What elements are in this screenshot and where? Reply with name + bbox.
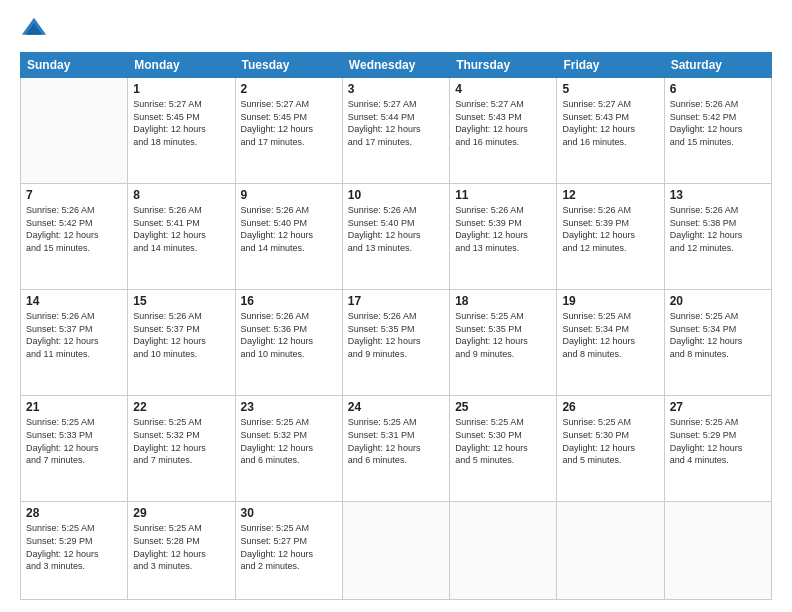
calendar-cell: 16Sunrise: 5:26 AM Sunset: 5:36 PM Dayli… [235,290,342,396]
day-info: Sunrise: 5:25 AM Sunset: 5:28 PM Dayligh… [133,522,229,572]
day-number: 11 [455,188,551,202]
day-info: Sunrise: 5:27 AM Sunset: 5:45 PM Dayligh… [241,98,337,148]
day-info: Sunrise: 5:25 AM Sunset: 5:34 PM Dayligh… [562,310,658,360]
day-info: Sunrise: 5:26 AM Sunset: 5:39 PM Dayligh… [562,204,658,254]
calendar-week-row: 14Sunrise: 5:26 AM Sunset: 5:37 PM Dayli… [21,290,772,396]
day-number: 28 [26,506,122,520]
day-number: 27 [670,400,766,414]
calendar-cell: 4Sunrise: 5:27 AM Sunset: 5:43 PM Daylig… [450,78,557,184]
day-number: 3 [348,82,444,96]
day-info: Sunrise: 5:25 AM Sunset: 5:29 PM Dayligh… [670,416,766,466]
day-info: Sunrise: 5:26 AM Sunset: 5:39 PM Dayligh… [455,204,551,254]
day-info: Sunrise: 5:25 AM Sunset: 5:33 PM Dayligh… [26,416,122,466]
calendar-cell: 29Sunrise: 5:25 AM Sunset: 5:28 PM Dayli… [128,502,235,600]
day-number: 4 [455,82,551,96]
calendar-cell: 5Sunrise: 5:27 AM Sunset: 5:43 PM Daylig… [557,78,664,184]
calendar-cell: 1Sunrise: 5:27 AM Sunset: 5:45 PM Daylig… [128,78,235,184]
day-info: Sunrise: 5:25 AM Sunset: 5:34 PM Dayligh… [670,310,766,360]
calendar-cell: 3Sunrise: 5:27 AM Sunset: 5:44 PM Daylig… [342,78,449,184]
day-info: Sunrise: 5:25 AM Sunset: 5:32 PM Dayligh… [241,416,337,466]
day-number: 15 [133,294,229,308]
day-info: Sunrise: 5:26 AM Sunset: 5:37 PM Dayligh… [26,310,122,360]
calendar-cell: 7Sunrise: 5:26 AM Sunset: 5:42 PM Daylig… [21,184,128,290]
day-info: Sunrise: 5:27 AM Sunset: 5:45 PM Dayligh… [133,98,229,148]
calendar-cell: 23Sunrise: 5:25 AM Sunset: 5:32 PM Dayli… [235,396,342,502]
day-number: 9 [241,188,337,202]
day-number: 26 [562,400,658,414]
day-number: 30 [241,506,337,520]
day-number: 18 [455,294,551,308]
day-number: 29 [133,506,229,520]
day-info: Sunrise: 5:26 AM Sunset: 5:40 PM Dayligh… [348,204,444,254]
calendar-cell: 12Sunrise: 5:26 AM Sunset: 5:39 PM Dayli… [557,184,664,290]
calendar-cell: 25Sunrise: 5:25 AM Sunset: 5:30 PM Dayli… [450,396,557,502]
day-info: Sunrise: 5:27 AM Sunset: 5:43 PM Dayligh… [455,98,551,148]
day-number: 2 [241,82,337,96]
calendar-cell [450,502,557,600]
day-info: Sunrise: 5:26 AM Sunset: 5:35 PM Dayligh… [348,310,444,360]
col-header-wednesday: Wednesday [342,53,449,78]
header [20,16,772,44]
col-header-tuesday: Tuesday [235,53,342,78]
day-info: Sunrise: 5:27 AM Sunset: 5:44 PM Dayligh… [348,98,444,148]
calendar-cell: 15Sunrise: 5:26 AM Sunset: 5:37 PM Dayli… [128,290,235,396]
page: SundayMondayTuesdayWednesdayThursdayFrid… [0,0,792,612]
day-number: 7 [26,188,122,202]
calendar-cell: 26Sunrise: 5:25 AM Sunset: 5:30 PM Dayli… [557,396,664,502]
day-info: Sunrise: 5:25 AM Sunset: 5:32 PM Dayligh… [133,416,229,466]
day-number: 17 [348,294,444,308]
calendar-cell [21,78,128,184]
day-info: Sunrise: 5:25 AM Sunset: 5:30 PM Dayligh… [455,416,551,466]
calendar-cell: 10Sunrise: 5:26 AM Sunset: 5:40 PM Dayli… [342,184,449,290]
logo-icon [20,16,48,44]
day-number: 10 [348,188,444,202]
day-number: 8 [133,188,229,202]
day-number: 16 [241,294,337,308]
calendar-cell: 6Sunrise: 5:26 AM Sunset: 5:42 PM Daylig… [664,78,771,184]
calendar-week-row: 1Sunrise: 5:27 AM Sunset: 5:45 PM Daylig… [21,78,772,184]
calendar-cell: 24Sunrise: 5:25 AM Sunset: 5:31 PM Dayli… [342,396,449,502]
day-info: Sunrise: 5:26 AM Sunset: 5:40 PM Dayligh… [241,204,337,254]
logo [20,16,52,44]
day-info: Sunrise: 5:26 AM Sunset: 5:36 PM Dayligh… [241,310,337,360]
calendar-cell: 27Sunrise: 5:25 AM Sunset: 5:29 PM Dayli… [664,396,771,502]
calendar-cell: 19Sunrise: 5:25 AM Sunset: 5:34 PM Dayli… [557,290,664,396]
calendar-week-row: 28Sunrise: 5:25 AM Sunset: 5:29 PM Dayli… [21,502,772,600]
calendar-cell [557,502,664,600]
calendar-cell: 14Sunrise: 5:26 AM Sunset: 5:37 PM Dayli… [21,290,128,396]
day-info: Sunrise: 5:26 AM Sunset: 5:41 PM Dayligh… [133,204,229,254]
day-number: 13 [670,188,766,202]
day-info: Sunrise: 5:26 AM Sunset: 5:37 PM Dayligh… [133,310,229,360]
day-number: 25 [455,400,551,414]
col-header-monday: Monday [128,53,235,78]
day-info: Sunrise: 5:25 AM Sunset: 5:29 PM Dayligh… [26,522,122,572]
calendar-cell [342,502,449,600]
calendar-cell: 18Sunrise: 5:25 AM Sunset: 5:35 PM Dayli… [450,290,557,396]
day-number: 5 [562,82,658,96]
calendar-table: SundayMondayTuesdayWednesdayThursdayFrid… [20,52,772,600]
day-number: 12 [562,188,658,202]
calendar-cell: 8Sunrise: 5:26 AM Sunset: 5:41 PM Daylig… [128,184,235,290]
calendar-cell: 22Sunrise: 5:25 AM Sunset: 5:32 PM Dayli… [128,396,235,502]
day-info: Sunrise: 5:25 AM Sunset: 5:31 PM Dayligh… [348,416,444,466]
day-number: 23 [241,400,337,414]
day-info: Sunrise: 5:25 AM Sunset: 5:30 PM Dayligh… [562,416,658,466]
day-info: Sunrise: 5:26 AM Sunset: 5:42 PM Dayligh… [670,98,766,148]
col-header-thursday: Thursday [450,53,557,78]
calendar-cell: 2Sunrise: 5:27 AM Sunset: 5:45 PM Daylig… [235,78,342,184]
calendar-cell: 17Sunrise: 5:26 AM Sunset: 5:35 PM Dayli… [342,290,449,396]
calendar-cell: 30Sunrise: 5:25 AM Sunset: 5:27 PM Dayli… [235,502,342,600]
col-header-friday: Friday [557,53,664,78]
calendar-cell: 20Sunrise: 5:25 AM Sunset: 5:34 PM Dayli… [664,290,771,396]
calendar-cell: 28Sunrise: 5:25 AM Sunset: 5:29 PM Dayli… [21,502,128,600]
calendar-cell: 9Sunrise: 5:26 AM Sunset: 5:40 PM Daylig… [235,184,342,290]
calendar-cell: 13Sunrise: 5:26 AM Sunset: 5:38 PM Dayli… [664,184,771,290]
day-number: 1 [133,82,229,96]
calendar-cell: 11Sunrise: 5:26 AM Sunset: 5:39 PM Dayli… [450,184,557,290]
day-info: Sunrise: 5:25 AM Sunset: 5:27 PM Dayligh… [241,522,337,572]
day-info: Sunrise: 5:25 AM Sunset: 5:35 PM Dayligh… [455,310,551,360]
day-number: 21 [26,400,122,414]
calendar-cell: 21Sunrise: 5:25 AM Sunset: 5:33 PM Dayli… [21,396,128,502]
day-number: 24 [348,400,444,414]
day-number: 6 [670,82,766,96]
